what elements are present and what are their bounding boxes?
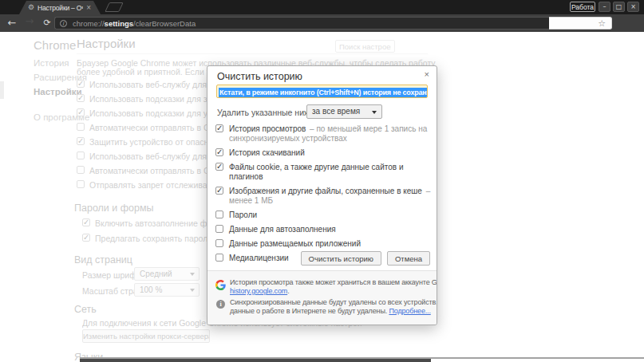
bookmark-area: ☆ (549, 17, 612, 30)
info-icon: i (216, 300, 225, 309)
dialog-footer: История просмотра также может храниться … (207, 270, 437, 325)
clear-item-label[interactable]: История скачиваний (229, 148, 305, 157)
checkbox[interactable] (215, 187, 223, 195)
clear-item-label[interactable]: История просмотров (229, 124, 306, 133)
sync-note-line2: данные о работе в Интернете не будут уда… (230, 307, 431, 315)
checkbox[interactable] (77, 180, 85, 188)
tab-close-icon[interactable]: × (86, 4, 91, 12)
minimize-button[interactable]: – (599, 2, 610, 12)
section-appearance-title: Вид страниц (74, 254, 132, 266)
new-tab-button[interactable] (105, 2, 124, 12)
profile-button[interactable]: Работа (570, 2, 595, 12)
dropdown-arrow-icon (190, 273, 195, 276)
selected-notice-text: Кстати, в режиме инкогнито (Ctrl+Shift+N… (219, 88, 428, 97)
clear-item-label[interactable]: Изображения и другие файлы, сохраненные … (229, 187, 422, 195)
forward-icon[interactable]: → (22, 14, 37, 29)
incognito-notice: Кстати, в режиме инкогнито (Ctrl+Shift+N… (216, 85, 428, 98)
checkbox[interactable] (215, 254, 223, 262)
dialog-close-icon[interactable]: × (425, 69, 429, 79)
restore-button[interactable]: □ (613, 2, 625, 12)
url-text: chrome://settings/clearBrowserData (73, 19, 196, 28)
tab-title: Настройки – Очистить историю (38, 4, 83, 12)
close-window-button[interactable]: × (627, 2, 639, 12)
checkbox[interactable] (215, 225, 223, 233)
checkbox[interactable] (77, 108, 85, 116)
dropdown-arrow-icon (190, 289, 195, 292)
page-title: Настройки (77, 37, 136, 50)
zoom-select[interactable]: 100 % (134, 283, 200, 297)
search-settings-input[interactable] (335, 40, 395, 53)
back-icon[interactable]: ← (5, 16, 19, 30)
dropdown-arrow-icon (372, 111, 377, 114)
dialog-buttons: Очистить историю Отмена (301, 251, 430, 266)
section-passwords-title: Пароли и формы (74, 203, 154, 214)
clear-item-label[interactable]: Пароли (229, 211, 257, 219)
checkbox[interactable] (215, 211, 223, 218)
title-divider (77, 53, 428, 54)
edge-notch (0, 81, 4, 99)
clear-items-list: История просмотров – по меньшей мере 1 з… (215, 124, 432, 268)
taskbar-edge-dark (80, 359, 431, 362)
font-size-select[interactable]: Средний (134, 267, 200, 281)
google-account-note: История просмотра также может храниться … (230, 278, 437, 286)
checkbox[interactable] (77, 137, 85, 145)
checkbox[interactable] (82, 218, 90, 226)
toolbar: ← → ⟳ i chrome://settings/clearBrowserDa… (0, 14, 644, 32)
browser-window: ⚙ Настройки – Очистить историю × Работа … (0, 0, 644, 362)
refresh-icon[interactable]: ⟳ (40, 16, 54, 30)
clear-item-label[interactable]: Данные для автозаполнения (229, 225, 336, 234)
history-link-line: history.google.com. (230, 287, 290, 295)
page-info-icon[interactable]: i (60, 20, 67, 27)
checkbox[interactable] (77, 151, 85, 159)
clear-item-label[interactable]: Медиалицензии (229, 254, 289, 262)
checkbox[interactable] (77, 80, 85, 88)
clear-item-row: История просмотров – по меньшей мере 1 з… (215, 124, 432, 144)
proxy-settings-button[interactable]: Изменить настройки прокси-сервера... (82, 329, 210, 343)
clear-item-row: История скачиваний (215, 148, 432, 158)
checkbox[interactable] (215, 124, 223, 132)
checkbox[interactable] (77, 166, 85, 174)
clear-item-row: Изображения и другие файлы, сохраненные … (215, 187, 432, 206)
history-google-link[interactable]: history.google.com (230, 287, 287, 295)
sidebar-app-title: Chrome (34, 38, 76, 52)
clear-item-row: Пароли (215, 211, 432, 220)
checkbox[interactable] (77, 123, 85, 131)
clear-item-row: Данные для автозаполнения (215, 225, 432, 234)
sidebar-item-history[interactable]: История (34, 58, 69, 68)
sync-note-line1: Синхронизированные данные будут удалены … (230, 298, 437, 306)
checkbox[interactable] (215, 239, 223, 247)
checkbox[interactable] (215, 148, 223, 156)
browser-tab[interactable]: ⚙ Настройки – Очистить историю × (19, 1, 101, 14)
address-bar[interactable]: i chrome://settings/clearBrowserData (54, 17, 549, 30)
gear-favicon-icon: ⚙ (28, 4, 34, 11)
checkbox[interactable] (77, 94, 85, 102)
clear-item-row: Файлы cookie, а также другие данные сайт… (215, 163, 432, 182)
clear-browsing-data-dialog: Очистить историю × Кстати, в режиме инко… (207, 65, 437, 325)
section-network-title: Сеть (74, 304, 97, 315)
time-range-select[interactable]: за все время (306, 104, 382, 119)
checkbox[interactable] (82, 234, 90, 242)
google-icon (215, 280, 226, 290)
checkbox[interactable] (215, 163, 223, 171)
clear-item-row: Данные размещаемых приложений (215, 239, 432, 249)
titlebar: ⚙ Настройки – Очистить историю × Работа … (0, 0, 644, 14)
sidebar-item-settings[interactable]: Настройки (34, 87, 82, 96)
dialog-title: Очистить историю (217, 71, 302, 82)
clear-item-label[interactable]: Файлы cookie, а также другие данные сайт… (229, 163, 403, 181)
bookmark-star-icon[interactable]: ☆ (598, 18, 606, 29)
cancel-button[interactable]: Отмена (387, 251, 430, 266)
learn-more-link[interactable]: Подробнее... (389, 307, 430, 315)
clear-history-button[interactable]: Очистить историю (301, 251, 381, 266)
clear-item-label[interactable]: Данные размещаемых приложений (229, 239, 361, 248)
